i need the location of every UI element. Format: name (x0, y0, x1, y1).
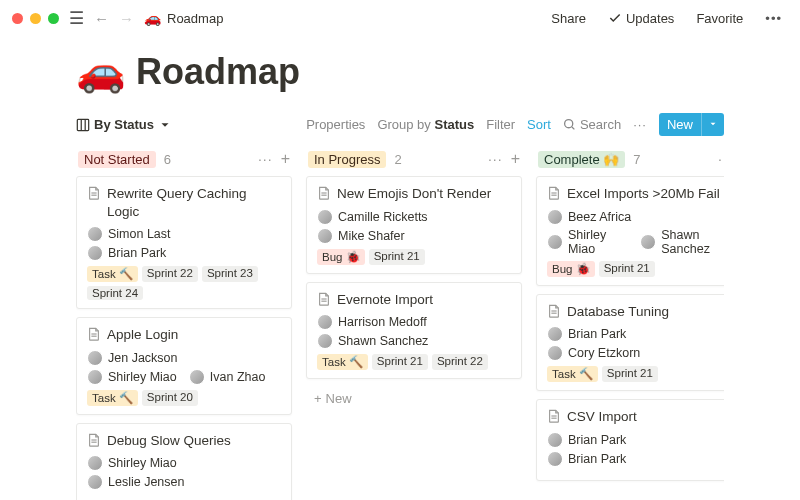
avatar (189, 369, 205, 385)
card[interactable]: Excel Imports >20Mb FailBeez AfricaShirl… (536, 176, 724, 286)
card-title: Excel Imports >20Mb Fail (547, 185, 724, 203)
card[interactable]: Rewrite Query Caching LogicSimon LastBri… (76, 176, 292, 309)
column-header: In Progress2···+ (306, 146, 522, 176)
page-icon (87, 327, 101, 341)
group-by-button[interactable]: Group by Status (377, 117, 474, 132)
status-pill[interactable]: In Progress (308, 151, 386, 168)
avatar (547, 326, 563, 342)
page-icon (87, 433, 101, 447)
person: Camille Ricketts (317, 209, 428, 225)
card[interactable]: New Emojis Don't RenderCamille RickettsM… (306, 176, 522, 274)
person: Shawn Sanchez (317, 333, 428, 349)
card-people: Beez AfricaShirley MiaoShawn Sanchez (547, 209, 724, 256)
person: Brian Park (547, 432, 626, 448)
page-icon[interactable]: 🚗 (76, 48, 126, 95)
avatar (317, 228, 333, 244)
tag: Sprint 22 (142, 266, 198, 282)
avatar (87, 245, 103, 261)
view-toolbar: By Status Properties Group by Status Fil… (76, 113, 724, 136)
avatar (547, 345, 563, 361)
card-title: Debug Slow Queries (87, 432, 281, 450)
column-more-icon[interactable]: ··· (718, 151, 724, 167)
tag: Sprint 24 (87, 286, 143, 300)
search-button[interactable]: Search (563, 117, 621, 132)
person: Shirley Miao (87, 369, 177, 385)
card[interactable]: Debug Slow QueriesShirley MiaoLeslie Jen… (76, 423, 292, 500)
avatar (87, 226, 103, 242)
svg-line-4 (572, 127, 574, 129)
card-tags: Task 🔨Sprint 21Sprint 22 (317, 354, 511, 370)
person: Simon Last (87, 226, 171, 242)
card[interactable]: Database TuningBrian ParkCory EtzkornTas… (536, 294, 724, 392)
updates-button[interactable]: Updates (602, 7, 680, 30)
hamburger-icon[interactable]: ☰ (69, 8, 84, 29)
filter-button[interactable]: Filter (486, 117, 515, 132)
properties-button[interactable]: Properties (306, 117, 365, 132)
maximize-window[interactable] (48, 13, 59, 24)
column-add-icon[interactable]: + (511, 150, 520, 168)
minimize-window[interactable] (30, 13, 41, 24)
tag: Task 🔨 (87, 266, 138, 282)
more-icon[interactable]: ••• (759, 7, 788, 30)
avatar (547, 432, 563, 448)
share-button[interactable]: Share (545, 7, 592, 30)
card-tags: Bug 🐞Sprint 21 (317, 249, 511, 265)
column-add-icon[interactable]: + (281, 150, 290, 168)
column-header: Not Started6···+ (76, 146, 292, 176)
page-icon (87, 186, 101, 200)
sort-button[interactable]: Sort (527, 117, 551, 132)
close-window[interactable] (12, 13, 23, 24)
status-pill[interactable]: Not Started (78, 151, 156, 168)
avatar (640, 234, 656, 250)
card[interactable]: CSV ImportBrian ParkBrian Park (536, 399, 724, 481)
board-icon (76, 118, 90, 132)
card-tags: Bug 🐞Sprint 21 (547, 261, 724, 277)
avatar (317, 333, 333, 349)
tag: Bug 🐞 (317, 249, 365, 265)
tag: Task 🔨 (87, 390, 138, 406)
new-button[interactable]: New (659, 113, 724, 136)
tag: Sprint 21 (599, 261, 655, 277)
column-more-icon[interactable]: ··· (488, 151, 503, 167)
favorite-button[interactable]: Favorite (690, 7, 749, 30)
card-tags: Task 🔨Sprint 22Sprint 23Sprint 24 (87, 266, 281, 300)
person: Jen Jackson (87, 350, 177, 366)
plus-icon: + (314, 391, 322, 406)
avatar (547, 451, 563, 467)
avatar (317, 314, 333, 330)
page-icon (317, 292, 331, 306)
person: Brian Park (87, 245, 166, 261)
breadcrumb[interactable]: 🚗 Roadmap (144, 10, 223, 26)
card-title: CSV Import (547, 408, 724, 426)
check-icon (608, 11, 622, 25)
breadcrumb-title: Roadmap (167, 11, 223, 26)
view-selector[interactable]: By Status (76, 117, 172, 132)
forward-icon: → (119, 10, 134, 27)
card-people: Shirley MiaoLeslie Jensen (87, 455, 281, 490)
column-header: Complete 🙌7···+ (536, 146, 724, 176)
card-people: Brian ParkBrian Park (547, 432, 724, 467)
tag: Task 🔨 (547, 366, 598, 382)
card-people: Camille RickettsMike Shafer (317, 209, 511, 244)
board-column: Not Started6···+Rewrite Query Caching Lo… (76, 146, 292, 500)
new-card-button[interactable]: + New (306, 387, 522, 410)
card-people: Jen JacksonShirley MiaoIvan Zhao (87, 350, 281, 385)
page-icon (547, 409, 561, 423)
card-title: Rewrite Query Caching Logic (87, 185, 281, 220)
avatar (547, 209, 563, 225)
view-more-icon[interactable]: ··· (633, 117, 647, 132)
avatar (547, 234, 563, 250)
back-icon[interactable]: ← (94, 10, 109, 27)
board-column: In Progress2···+New Emojis Don't RenderC… (306, 146, 522, 500)
person: Shawn Sanchez (640, 228, 724, 256)
new-dropdown[interactable] (701, 113, 724, 136)
person: Mike Shafer (317, 228, 405, 244)
card[interactable]: Evernote ImportHarrison MedoffShawn Sanc… (306, 282, 522, 380)
avatar (317, 209, 333, 225)
card-people: Harrison MedoffShawn Sanchez (317, 314, 511, 349)
tag: Task 🔨 (317, 354, 368, 370)
card[interactable]: Apple LoginJen JacksonShirley MiaoIvan Z… (76, 317, 292, 415)
column-more-icon[interactable]: ··· (258, 151, 273, 167)
status-pill[interactable]: Complete 🙌 (538, 151, 625, 168)
page-title[interactable]: Roadmap (136, 51, 300, 93)
